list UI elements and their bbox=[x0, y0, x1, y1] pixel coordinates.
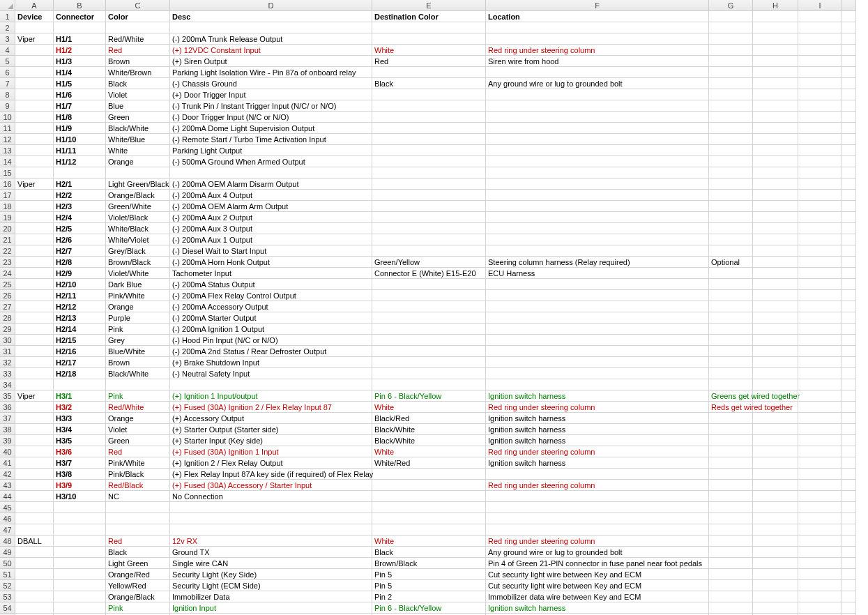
cell-C40[interactable]: Red bbox=[106, 446, 170, 457]
row-header-48[interactable]: 48 bbox=[0, 536, 15, 547]
cell-X21[interactable] bbox=[842, 234, 856, 245]
cell-F11[interactable] bbox=[486, 123, 709, 134]
cell-G7[interactable] bbox=[709, 78, 753, 89]
cell-I43[interactable] bbox=[798, 480, 842, 491]
cell-G51[interactable] bbox=[709, 569, 753, 580]
cell-C17[interactable]: Orange/Black bbox=[106, 190, 170, 201]
cell-B12[interactable]: H1/10 bbox=[54, 134, 106, 145]
cell-I25[interactable] bbox=[798, 279, 842, 290]
cell-E9[interactable] bbox=[372, 100, 486, 112]
row-header-18[interactable]: 18 bbox=[0, 201, 15, 212]
cell-F35[interactable]: Ignition switch harness bbox=[486, 390, 709, 402]
cell-C10[interactable]: Green bbox=[106, 112, 170, 123]
cell-A45[interactable] bbox=[15, 502, 54, 513]
cell-X6[interactable] bbox=[842, 67, 856, 78]
cell-X9[interactable] bbox=[842, 100, 856, 112]
cell-C52[interactable]: Yellow/Red bbox=[106, 580, 170, 591]
cell-B19[interactable]: H2/4 bbox=[54, 212, 106, 223]
cell-I37[interactable] bbox=[798, 413, 842, 424]
cell-B9[interactable]: H1/7 bbox=[54, 100, 106, 112]
cell-G21[interactable] bbox=[709, 234, 753, 245]
cell-F40[interactable]: Red ring under steering column bbox=[486, 446, 709, 457]
cell-H25[interactable] bbox=[753, 279, 798, 290]
cell-I4[interactable] bbox=[798, 45, 842, 56]
col-header-extra[interactable] bbox=[842, 0, 856, 11]
cell-A11[interactable] bbox=[15, 123, 54, 134]
cell-E46[interactable] bbox=[372, 513, 486, 524]
cell-F37[interactable]: Ignition switch harness bbox=[486, 413, 709, 424]
cell-D31[interactable]: (-) 200mA 2nd Status / Rear Defroster Ou… bbox=[170, 346, 372, 357]
row-header-6[interactable]: 6 bbox=[0, 67, 15, 78]
row-header-34[interactable]: 34 bbox=[0, 379, 15, 390]
cell-I35[interactable] bbox=[798, 390, 842, 402]
cell-D25[interactable]: (-) 200mA Status Output bbox=[170, 279, 372, 290]
cell-G8[interactable] bbox=[709, 89, 753, 100]
cell-C31[interactable]: Blue/White bbox=[106, 346, 170, 357]
col-header-H[interactable]: H bbox=[753, 0, 798, 11]
cell-G46[interactable] bbox=[709, 513, 753, 524]
cell-E26[interactable] bbox=[372, 290, 486, 301]
cell-D18[interactable]: (-) 200mA OEM Alarm Arm Output bbox=[170, 201, 372, 212]
row-header-11[interactable]: 11 bbox=[0, 123, 15, 134]
cell-C45[interactable] bbox=[106, 502, 170, 513]
cell-D29[interactable]: (-) 200mA Ignition 1 Output bbox=[170, 324, 372, 335]
cell-C20[interactable]: White/Black bbox=[106, 223, 170, 234]
cell-X29[interactable] bbox=[842, 324, 856, 335]
cell-G28[interactable] bbox=[709, 312, 753, 324]
cell-E44[interactable] bbox=[372, 491, 486, 502]
row-header-16[interactable]: 16 bbox=[0, 179, 15, 190]
cell-H52[interactable] bbox=[753, 580, 798, 591]
cell-B22[interactable]: H2/7 bbox=[54, 245, 106, 257]
cell-D2[interactable] bbox=[170, 22, 372, 33]
cell-E18[interactable] bbox=[372, 201, 486, 212]
row-header-19[interactable]: 19 bbox=[0, 212, 15, 223]
cell-E40[interactable]: White bbox=[372, 446, 486, 457]
cell-A44[interactable] bbox=[15, 491, 54, 502]
cell-E19[interactable] bbox=[372, 212, 486, 223]
cell-A6[interactable] bbox=[15, 67, 54, 78]
cell-D8[interactable]: (+) Door Trigger Input bbox=[170, 89, 372, 100]
row-header-21[interactable]: 21 bbox=[0, 234, 15, 245]
cell-X11[interactable] bbox=[842, 123, 856, 134]
cell-B5[interactable]: H1/3 bbox=[54, 56, 106, 67]
cell-D5[interactable]: (+) Siren Output bbox=[170, 56, 372, 67]
cell-A39[interactable] bbox=[15, 435, 54, 446]
cell-A21[interactable] bbox=[15, 234, 54, 245]
cell-I1[interactable] bbox=[798, 11, 842, 22]
row-header-31[interactable]: 31 bbox=[0, 346, 15, 357]
cell-C44[interactable]: NC bbox=[106, 491, 170, 502]
cell-G15[interactable] bbox=[709, 167, 753, 179]
cell-G38[interactable] bbox=[709, 424, 753, 435]
cell-H11[interactable] bbox=[753, 123, 798, 134]
cell-X35[interactable] bbox=[842, 390, 856, 402]
cell-B23[interactable]: H2/8 bbox=[54, 257, 106, 268]
cell-X12[interactable] bbox=[842, 134, 856, 145]
cell-X39[interactable] bbox=[842, 435, 856, 446]
cell-A54[interactable] bbox=[15, 602, 54, 614]
cell-H8[interactable] bbox=[753, 89, 798, 100]
cell-A49[interactable] bbox=[15, 547, 54, 558]
cell-A53[interactable] bbox=[15, 591, 54, 602]
cell-C24[interactable]: Violet/White bbox=[106, 268, 170, 279]
cell-C46[interactable] bbox=[106, 513, 170, 524]
cell-A32[interactable] bbox=[15, 357, 54, 368]
cell-H16[interactable] bbox=[753, 179, 798, 190]
cell-A3[interactable]: Viper bbox=[15, 33, 54, 45]
cell-I14[interactable] bbox=[798, 156, 842, 167]
cell-X49[interactable] bbox=[842, 547, 856, 558]
cell-I48[interactable] bbox=[798, 536, 842, 547]
cell-G47[interactable] bbox=[709, 524, 753, 536]
cell-F38[interactable]: Ignition switch harness bbox=[486, 424, 709, 435]
row-header-23[interactable]: 23 bbox=[0, 257, 15, 268]
row-header-14[interactable]: 14 bbox=[0, 156, 15, 167]
cell-I53[interactable] bbox=[798, 591, 842, 602]
cell-G48[interactable] bbox=[709, 536, 753, 547]
cell-E1[interactable]: Destination Color bbox=[372, 11, 486, 22]
row-header-50[interactable]: 50 bbox=[0, 558, 15, 569]
row-header-47[interactable]: 47 bbox=[0, 524, 15, 536]
cell-B18[interactable]: H2/3 bbox=[54, 201, 106, 212]
cell-F33[interactable] bbox=[486, 368, 709, 379]
row-header-36[interactable]: 36 bbox=[0, 402, 15, 413]
cell-D24[interactable]: Tachometer Input bbox=[170, 268, 372, 279]
cell-B48[interactable] bbox=[54, 536, 106, 547]
